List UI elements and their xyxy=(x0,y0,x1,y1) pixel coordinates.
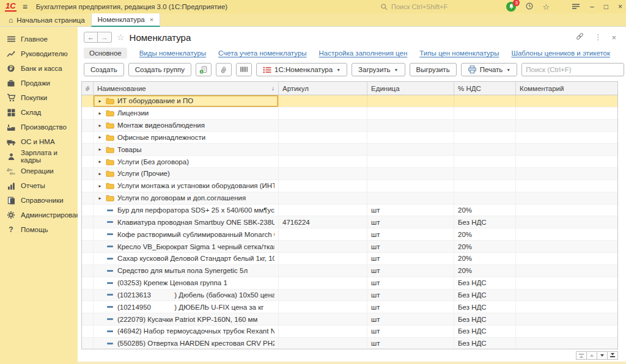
close-form-icon[interactable]: × xyxy=(611,33,616,42)
table-row-item[interactable]: Кресло VB_Бюрократ Sigma 1 черный сетка/… xyxy=(82,241,617,253)
table-row-item[interactable]: (10213613 ) Дюбель (бабочка) 10x50 цена … xyxy=(82,289,617,302)
table-row-item[interactable]: Клавиатура проводная Smartbuy ONE SBK-23… xyxy=(82,216,617,228)
table-row-group[interactable]: ▸Услуги (Прочие) xyxy=(82,168,617,180)
main-menu-icon[interactable]: ≡ xyxy=(23,2,28,12)
name-cell[interactable]: ▸Услуги (Прочие) xyxy=(94,168,279,180)
sidebar-item-reports[interactable]: Отчеты xyxy=(0,178,78,193)
unload-button[interactable]: Выгрузить xyxy=(410,63,457,76)
name-cell[interactable]: (550285) Отвертка HARDEN крестовая CRV P… xyxy=(94,338,279,349)
expand-triangle-icon[interactable]: ▸ xyxy=(97,147,103,152)
nav-link-types[interactable]: Виды номенклатуры xyxy=(139,49,206,57)
name-cell[interactable]: Клавиатура проводная Smartbuy ONE SBK-23… xyxy=(94,216,279,228)
name-cell[interactable]: Сахар кусковой Деловой Стандарт белый 1к… xyxy=(94,253,279,264)
table-row-item[interactable]: (03253) Крепеж Ценовая группа 1штБез НДС xyxy=(82,277,617,289)
name-cell[interactable]: Кресло VB_Бюрократ Sigma 1 черный сетка/… xyxy=(94,241,279,252)
tab-nomenclature[interactable]: Номенклатура × xyxy=(91,13,161,27)
sidebar-item-payroll[interactable]: Зарплата и кадры xyxy=(0,149,78,164)
nav-link-tag-templates[interactable]: Шаблоны ценников и этикеток xyxy=(511,49,610,57)
1c-nomenclature-service-button[interactable]: 1С:Номенклатура▼ xyxy=(256,63,347,76)
close-window-button[interactable]: × xyxy=(618,3,622,10)
attachments-column-header[interactable] xyxy=(82,82,94,95)
tab-home[interactable]: ⌂ Начальная страница xyxy=(2,13,91,26)
sidebar-item-manager[interactable]: Руководителю xyxy=(0,46,78,61)
table-row-item[interactable]: (46942) Набор термоусадочных трубок Rexa… xyxy=(82,326,617,338)
table-row-group[interactable]: ▸Лицензии xyxy=(82,107,617,120)
go-last-button[interactable] xyxy=(607,351,618,360)
name-cell[interactable]: Бур для перфоратора SDS+ 25 х 540/600 мм… xyxy=(94,205,279,216)
name-cell[interactable]: ▸ИТ оборудование и ПО xyxy=(94,95,279,107)
notifications-button[interactable]: 3 xyxy=(506,2,517,12)
name-cell[interactable]: ▸Услуги по договорам и доп.соглашения xyxy=(94,192,279,204)
table-row-item[interactable]: Бур для перфоратора SDS+ 25 х 540/600 мм… xyxy=(82,205,617,217)
sidebar-item-warehouse[interactable]: Склад xyxy=(0,105,78,120)
get-link-icon[interactable] xyxy=(575,32,584,43)
nav-link-accounts[interactable]: Счета учета номенклатуры xyxy=(218,49,307,57)
name-cell[interactable]: Кофе растворимый сублимированный Monarch… xyxy=(94,228,279,240)
comment-column-header[interactable]: Комментарий xyxy=(516,82,617,95)
table-row-group[interactable]: ▸Услуги по договорам и доп.соглашения xyxy=(82,192,617,205)
sidebar-item-bank[interactable]: ₽ Банк и касса xyxy=(0,61,78,76)
expand-triangle-icon[interactable]: ▸ xyxy=(97,195,103,201)
kebab-menu-icon[interactable]: ⋮ xyxy=(594,33,602,42)
sidebar-item-help[interactable]: ? Помощь xyxy=(0,222,78,237)
name-cell[interactable]: ▸Лицензии xyxy=(94,107,279,119)
sidebar-item-production[interactable]: Производство xyxy=(0,120,78,134)
sidebar-item-fixed-assets[interactable]: ОС и НМА xyxy=(0,134,78,149)
name-cell[interactable]: (03253) Крепеж Ценовая группа 1 xyxy=(94,277,279,289)
expand-triangle-icon[interactable]: ▸ xyxy=(97,134,103,140)
tab-close-icon[interactable]: × xyxy=(150,16,153,23)
name-cell[interactable]: ▸Офисные принадлежности xyxy=(94,132,279,144)
table-row-item[interactable]: Средство для мытья пола Synergetic 5лшт2… xyxy=(82,265,617,277)
maximize-button[interactable]: □ xyxy=(604,3,608,10)
create-button[interactable]: Создать xyxy=(84,63,124,76)
vat-column-header[interactable]: % НДС xyxy=(454,82,516,95)
copy-item-button[interactable] xyxy=(196,63,212,76)
table-row-group[interactable]: ▸Услуги (Без договора) xyxy=(82,156,617,168)
sidebar-item-directories[interactable]: Справочники xyxy=(0,193,78,208)
table-row-item[interactable]: Сахар кусковой Деловой Стандарт белый 1к… xyxy=(82,253,617,265)
table-row-item[interactable]: (550285) Отвертка HARDEN крестовая CRV P… xyxy=(82,338,617,349)
go-down-button[interactable] xyxy=(597,351,608,360)
table-row-group[interactable]: ▸Услуги монтажа и установки оборудования… xyxy=(82,180,617,192)
table-row-group[interactable]: ▸Монтаж видеонаблюдения xyxy=(82,120,617,132)
sidebar-item-operations[interactable]: ДтКт Операции xyxy=(0,164,78,178)
name-cell[interactable]: ▸Товары xyxy=(94,144,279,155)
nav-link-price-fill[interactable]: Настройка заполнения цен xyxy=(319,49,408,57)
expand-triangle-icon[interactable]: ▸ xyxy=(97,171,103,177)
sidebar-item-sales[interactable]: Продажи xyxy=(0,76,78,90)
clear-search-icon[interactable]: × xyxy=(624,64,624,76)
global-search[interactable]: Поиск Ctrl+Shift+F xyxy=(380,0,447,13)
table-row-group[interactable]: ▸Офисные принадлежности xyxy=(82,132,617,144)
expand-triangle-icon[interactable]: ▸ xyxy=(97,159,103,164)
create-group-button[interactable]: Создать группу xyxy=(128,63,191,76)
sidebar-item-main[interactable]: Главное xyxy=(0,32,78,46)
table-search-input[interactable] xyxy=(522,64,624,76)
go-up-button[interactable] xyxy=(586,351,597,360)
expand-triangle-icon[interactable]: ▸ xyxy=(97,98,103,104)
name-cell[interactable]: ▸Услуги монтажа и установки оборудования… xyxy=(94,180,279,192)
expand-triangle-icon[interactable]: ▸ xyxy=(97,111,103,116)
name-cell[interactable]: (10214950 ) ДЮБЕЛЬ U-FIX цена за кг xyxy=(94,301,279,313)
history-button[interactable] xyxy=(525,2,534,12)
favorites-button[interactable]: ☆ xyxy=(542,3,550,11)
table-row-item[interactable]: Кофе растворимый сублимированный Monarch… xyxy=(82,228,617,241)
name-cell[interactable]: (10213613 ) Дюбель (бабочка) 10x50 цена … xyxy=(94,289,279,301)
name-cell[interactable]: (222079) Кусачки Patriot KPP-160N, 160 м… xyxy=(94,313,279,325)
barcode-scanner-button[interactable] xyxy=(236,63,252,76)
table-search-box[interactable]: × xyxy=(521,63,624,76)
table-row-group[interactable]: ▸ИТ оборудование и ПО xyxy=(82,95,617,107)
collapse-panel-icon[interactable] xyxy=(572,2,580,12)
sidebar-item-administration[interactable]: Администрирование xyxy=(0,208,78,222)
expand-triangle-icon[interactable]: ▸ xyxy=(97,123,103,128)
article-column-header[interactable]: Артикул xyxy=(279,82,367,95)
go-first-button[interactable] xyxy=(576,351,587,360)
sidebar-item-purchases[interactable]: Покупки xyxy=(0,90,78,105)
name-cell[interactable]: (46942) Набор термоусадочных трубок Rexa… xyxy=(94,326,279,337)
nav-link-price-types[interactable]: Типы цен номенклатуры xyxy=(419,49,499,57)
table-row-item[interactable]: (222079) Кусачки Patriot KPP-160N, 160 м… xyxy=(82,313,617,326)
name-cell[interactable]: ▸Услуги (Без договора) xyxy=(94,156,279,167)
forward-button[interactable]: → xyxy=(98,32,112,43)
load-button[interactable]: Загрузить▼ xyxy=(352,63,405,76)
nav-link-main[interactable]: Основное xyxy=(84,48,127,59)
unit-column-header[interactable]: Единица xyxy=(367,82,454,95)
